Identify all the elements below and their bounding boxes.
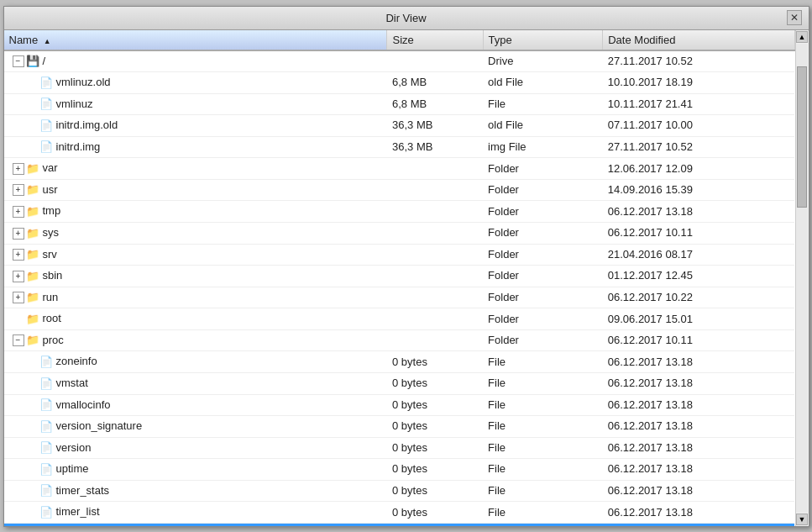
expander-open[interactable]: −	[13, 334, 24, 346]
table-row[interactable]: −📁procFolder06.12.2017 10.11	[4, 329, 795, 351]
cell-size	[387, 287, 483, 308]
cell-size: 36,3 MB	[387, 136, 483, 158]
cell-name: 📄sysrq-trigger	[4, 523, 387, 525]
item-name: sbin	[43, 269, 63, 282]
table-row[interactable]: +📁varFolder12.06.2017 12.09	[4, 158, 795, 180]
table-row[interactable]: 📄initrd.img.old36,3 MBold File07.11.2017…	[4, 115, 795, 137]
cell-type: Folder	[483, 308, 603, 330]
cell-name: 📄vmlinuz.old	[4, 72, 387, 94]
table-row[interactable]: 📄timer_stats0 bytesFile06.12.2017 13.18	[4, 480, 795, 502]
cell-size	[387, 308, 483, 330]
table-row[interactable]: +📁runFolder06.12.2017 10.22	[4, 287, 795, 308]
table-row[interactable]: 📄zoneinfo0 bytesFile06.12.2017 13.18	[4, 351, 795, 373]
expander-open[interactable]: −	[13, 55, 24, 67]
cell-size: 36,3 MB	[387, 115, 483, 137]
table-row[interactable]: 📄timer_list0 bytesFile06.12.2017 13.18	[4, 502, 795, 524]
cell-date: 06.12.2017 13.18	[603, 523, 794, 525]
folder-icon: 📁	[26, 225, 39, 242]
table-row[interactable]: +📁tmpFolder06.12.2017 13.18	[4, 201, 795, 223]
table-row[interactable]: 📄initrd.img36,3 MBimg File27.11.2017 10.…	[4, 136, 795, 158]
main-window: Dir View ✕ Name ▲ Size Type	[3, 6, 809, 527]
cell-size: 0 bytes	[387, 480, 483, 502]
item-name: var	[43, 161, 58, 174]
cell-type: old File	[483, 115, 603, 137]
cell-name: +📁sbin	[4, 266, 387, 287]
cell-date: 06.12.2017 13.18	[603, 372, 794, 394]
cell-date: 21.04.2016 08.17	[603, 244, 794, 266]
cell-size: 0 bytes	[387, 416, 483, 438]
item-name: uptime	[56, 462, 89, 475]
table-body: −💾/Drive27.11.2017 10.52📄vmlinuz.old6,8 …	[4, 50, 795, 526]
cell-name: 📄version	[4, 437, 387, 459]
expander-closed[interactable]: +	[13, 228, 24, 240]
table-row[interactable]: +📁sbinFolder01.12.2017 12.45	[4, 266, 795, 287]
cell-name: +📁sys	[4, 223, 387, 245]
item-name: usr	[43, 183, 58, 196]
item-name: vmlinuz.old	[56, 76, 111, 88]
expander-closed[interactable]: +	[13, 163, 24, 175]
cell-date: 27.11.2017 10.52	[603, 136, 794, 158]
cell-size: 6,8 MB	[387, 72, 483, 94]
table-row[interactable]: 📄vmlinuz.old6,8 MBold File10.10.2017 18.…	[4, 72, 795, 94]
cell-size: 0 bytes	[387, 372, 483, 394]
expander-closed[interactable]: +	[13, 184, 24, 196]
cell-date: 07.11.2017 10.00	[603, 115, 794, 137]
file-table-wrapper[interactable]: Name ▲ Size Type Date Modified	[4, 30, 795, 526]
cell-type: File	[483, 394, 603, 416]
cell-date: 10.10.2017 18.19	[603, 72, 794, 94]
cell-size	[387, 244, 483, 266]
cell-type: old File	[483, 72, 603, 94]
cell-name: +📁tmp	[4, 201, 387, 223]
cell-name: 📄initrd.img.old	[4, 115, 387, 137]
cell-date: 09.06.2017 15.01	[603, 308, 794, 330]
scroll-down-button[interactable]: ▼	[796, 514, 808, 525]
file-icon: 📄	[39, 96, 53, 113]
cell-type: Folder	[483, 244, 603, 266]
cell-name: 📄version_signature	[4, 416, 387, 438]
col-header-type[interactable]: Type	[483, 30, 603, 50]
expander-closed[interactable]: +	[13, 206, 24, 218]
expander-closed[interactable]: +	[13, 271, 24, 282]
table-row[interactable]: 📄vmstat0 bytesFile06.12.2017 13.18	[4, 372, 795, 394]
cell-size	[387, 329, 483, 351]
scrollbar[interactable]: ▲ ▼	[795, 30, 809, 526]
cell-size: 0 bytes	[387, 502, 483, 524]
scroll-track[interactable]	[796, 44, 808, 513]
table-row[interactable]: 📁rootFolder09.06.2017 15.01	[4, 308, 795, 330]
cell-date: 06.12.2017 13.18	[603, 201, 794, 223]
table-row[interactable]: 📄uptime0 bytesFile06.12.2017 13.18	[4, 459, 795, 481]
table-row[interactable]: +📁sysFolder06.12.2017 10.11	[4, 223, 795, 245]
table-row[interactable]: +📁usrFolder14.09.2016 15.39	[4, 179, 795, 201]
cell-type: File	[483, 480, 603, 502]
close-button[interactable]: ✕	[787, 10, 802, 25]
cell-date: 10.11.2017 21.41	[603, 93, 794, 115]
table-row[interactable]: 📄version0 bytesFile06.12.2017 13.18	[4, 437, 795, 459]
col-header-name[interactable]: Name ▲	[4, 30, 387, 50]
cell-type: Folder	[483, 329, 603, 351]
cell-type: Folder	[483, 223, 603, 245]
content-area: Name ▲ Size Type Date Modified	[4, 30, 809, 526]
scroll-up-button[interactable]: ▲	[796, 31, 808, 43]
folder-icon: 📁	[26, 268, 39, 285]
cell-name: +📁run	[4, 287, 387, 308]
expander-closed[interactable]: +	[13, 249, 24, 261]
item-name: /	[43, 55, 46, 67]
table-row[interactable]: 📄vmlinuz6,8 MBFile10.11.2017 21.41	[4, 93, 795, 115]
item-name: proc	[43, 334, 64, 346]
cell-date: 01.12.2017 12.45	[603, 266, 794, 287]
sort-arrow-name: ▲	[44, 37, 51, 45]
col-header-size[interactable]: Size	[387, 30, 483, 50]
col-header-date[interactable]: Date Modified	[603, 30, 794, 50]
table-row[interactable]: 📄version_signature0 bytesFile06.12.2017 …	[4, 416, 795, 438]
expander-closed[interactable]: +	[13, 292, 24, 303]
cell-date: 12.06.2017 12.09	[603, 158, 794, 180]
table-row[interactable]: +📁srvFolder21.04.2016 08.17	[4, 244, 795, 266]
table-row[interactable]: 📄vmallocinfo0 bytesFile06.12.2017 13.18	[4, 394, 795, 416]
cell-type: File	[483, 523, 603, 525]
cell-name: 📄zoneinfo	[4, 351, 387, 373]
table-row[interactable]: −💾/Drive27.11.2017 10.52	[4, 50, 795, 72]
table-row[interactable]: 📄sysrq-trigger0 bytesFile06.12.2017 13.1…	[4, 523, 795, 525]
item-name: tmp	[43, 204, 61, 217]
cell-type: File	[483, 459, 603, 481]
scroll-thumb[interactable]	[797, 66, 807, 207]
